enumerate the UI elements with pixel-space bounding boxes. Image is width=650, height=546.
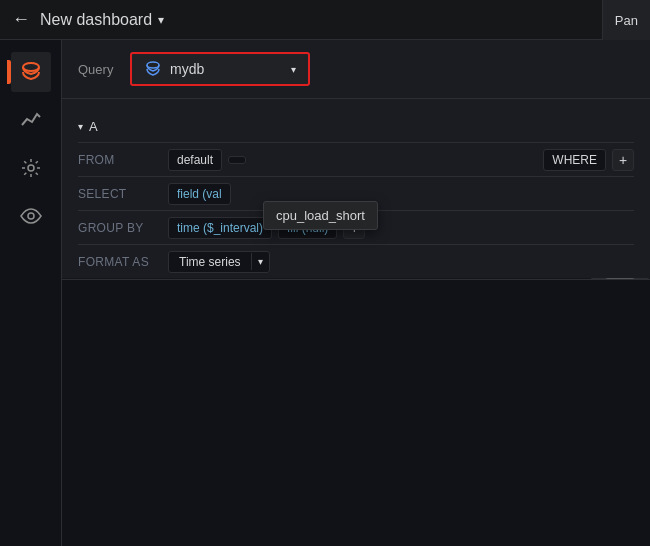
active-bar [7,60,11,84]
select-label: SELECT [78,187,168,201]
query-a-header[interactable]: ▾ A [78,111,634,142]
sidebar-item-datasource[interactable] [11,52,51,92]
main-content: Query mydb ▾ ▾ A FROM default WHERE [62,40,650,546]
from-measurement-pill[interactable] [228,156,246,164]
svg-point-13 [147,62,159,68]
from-db-pill[interactable]: default [168,149,222,171]
from-label: FROM [78,153,168,167]
select-row: SELECT field (val cpu_load_short [78,176,634,210]
query-section: Query mydb ▾ [62,40,650,99]
back-button[interactable]: ← [12,9,30,30]
format-as-value: Time series [169,252,251,272]
svg-point-11 [28,165,34,171]
from-row: FROM default WHERE + [78,142,634,176]
header: ← New dashboard ▾ Pan [0,0,650,40]
svg-point-12 [28,213,34,219]
page-title: New dashboard [40,11,152,29]
sidebar-item-visualization[interactable] [11,100,51,140]
svg-point-10 [23,63,39,71]
sidebar-item-view[interactable] [11,196,51,236]
format-as-row: FORMAT AS Time series ▾ [78,244,634,278]
db-name-label: mydb [170,61,204,77]
eye-icon [20,205,42,227]
from-content: default WHERE + [168,145,634,175]
datasource-icon [19,60,43,84]
title-caret-icon[interactable]: ▾ [158,13,164,27]
db-caret-icon[interactable]: ▾ [291,64,296,75]
query-label: Query [78,62,118,77]
where-button[interactable]: WHERE [543,149,606,171]
group-by-content: time ($_interval) fill (null) + [168,213,634,243]
db-select-button[interactable]: mydb ▾ [130,52,310,86]
chart-icon [20,109,42,131]
panel-button[interactable]: Pan [602,0,650,40]
group-by-label: GROUP BY [78,221,168,235]
sidebar-item-settings[interactable] [11,148,51,188]
sidebar [0,40,62,546]
format-as-label: FORMAT AS [78,255,168,269]
select-content: field (val cpu_load_short [168,179,634,209]
select-field-pill[interactable]: field (val [168,183,231,205]
format-as-content: Time series ▾ [168,247,634,277]
query-a-label: A [89,119,98,134]
autocomplete-value: cpu_load_short [276,208,365,223]
gear-icon [20,157,42,179]
from-add-button[interactable]: + [612,149,634,171]
autocomplete-popup[interactable]: cpu_load_short [263,201,378,230]
query-config: ▾ A FROM default WHERE + SELECT field (v… [62,99,650,278]
group-by-time-pill[interactable]: time ($_interval) [168,217,272,239]
influx-icon [144,60,162,78]
format-as-select[interactable]: Time series ▾ [168,251,270,273]
format-as-caret-icon[interactable]: ▾ [251,253,269,270]
query-a-caret-icon: ▾ [78,121,83,132]
